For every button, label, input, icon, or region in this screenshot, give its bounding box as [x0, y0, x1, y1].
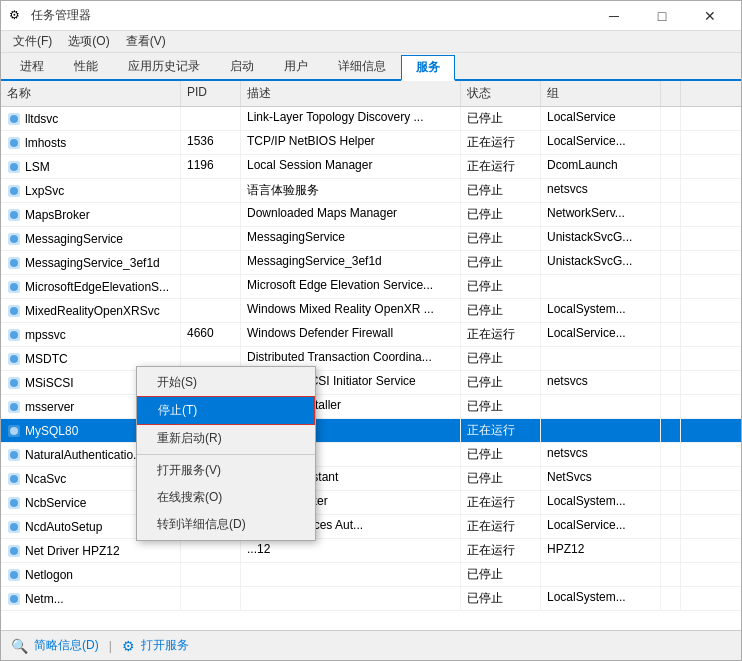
task-manager-window: ⚙ 任务管理器 ─ □ ✕ 文件(F) 选项(O) 查看(V) 进程 性能 应用… [0, 0, 742, 661]
ctx-stop[interactable]: 停止(T) [137, 396, 315, 425]
service-extra [661, 491, 681, 514]
tab-process[interactable]: 进程 [5, 53, 59, 79]
services-list[interactable]: lltdsvc Link-Layer Topology Discovery ..… [1, 107, 741, 630]
service-name: LxpSvc [1, 179, 181, 202]
service-name: MixedRealityOpenXRSvc [1, 299, 181, 322]
service-group: LocalService... [541, 323, 661, 346]
service-extra [661, 395, 681, 418]
tab-performance[interactable]: 性能 [59, 53, 113, 79]
service-status: 已停止 [461, 203, 541, 226]
service-group: LocalService... [541, 131, 661, 154]
service-status: 已停止 [461, 587, 541, 610]
tab-startup[interactable]: 启动 [215, 53, 269, 79]
bottom-bar-icon: 🔍 [11, 638, 28, 654]
table-row[interactable]: MSiSCSI Microsoft iSCSI Initiator Servic… [1, 371, 741, 395]
bottom-separator: | [109, 639, 112, 653]
table-row[interactable]: lmhosts 1536 TCP/IP NetBIOS Helper 正在运行 … [1, 131, 741, 155]
service-status: 已停止 [461, 395, 541, 418]
ctx-start[interactable]: 开始(S) [137, 369, 315, 396]
service-status: 已停止 [461, 227, 541, 250]
service-group: LocalService [541, 107, 661, 130]
col-status[interactable]: 状态 [461, 81, 541, 106]
table-row[interactable]: NcbService ...ection Broker 正在运行 LocalSy… [1, 491, 741, 515]
menu-view[interactable]: 查看(V) [118, 31, 174, 52]
col-desc[interactable]: 描述 [241, 81, 461, 106]
service-status: 正在运行 [461, 539, 541, 562]
table-row[interactable]: MessagingService_3ef1d MessagingService_… [1, 251, 741, 275]
table-row[interactable]: MySQL80 9828 MySQL80 正在运行 [1, 419, 741, 443]
service-desc: MessagingService [241, 227, 461, 250]
service-desc [241, 563, 461, 586]
service-extra [661, 419, 681, 442]
svg-point-19 [10, 331, 18, 339]
table-row[interactable]: NcaSvc ...ctivity Assistant 已停止 NetSvcs [1, 467, 741, 491]
menu-file[interactable]: 文件(F) [5, 31, 60, 52]
svg-point-17 [10, 307, 18, 315]
table-row[interactable]: MixedRealityOpenXRSvc Windows Mixed Real… [1, 299, 741, 323]
service-name: MessagingService [1, 227, 181, 250]
service-name: mpssvc [1, 323, 181, 346]
service-extra [661, 251, 681, 274]
table-row[interactable]: Netm... 已停止 LocalSystem... [1, 587, 741, 611]
service-extra [661, 347, 681, 370]
service-name: MicrosoftEdgeElevationS... [1, 275, 181, 298]
col-pid[interactable]: PID [181, 81, 241, 106]
table-row[interactable]: Netlogon 已停止 [1, 563, 741, 587]
app-icon: ⚙ [9, 8, 25, 24]
table-row[interactable]: lltdsvc Link-Layer Topology Discovery ..… [1, 107, 741, 131]
service-name: MapsBroker [1, 203, 181, 226]
service-group [541, 275, 661, 298]
col-name[interactable]: 名称 [1, 81, 181, 106]
service-status: 已停止 [461, 275, 541, 298]
service-pid: 4660 [181, 323, 241, 346]
service-extra [661, 515, 681, 538]
service-extra [661, 179, 681, 202]
svg-point-23 [10, 379, 18, 387]
table-row[interactable]: MicrosoftEdgeElevationS... Microsoft Edg… [1, 275, 741, 299]
tab-apphistory[interactable]: 应用历史记录 [113, 53, 215, 79]
service-status: 正在运行 [461, 155, 541, 178]
table-row[interactable]: MapsBroker Downloaded Maps Manager 已停止 N… [1, 203, 741, 227]
close-button[interactable]: ✕ [687, 1, 733, 31]
table-row[interactable]: LxpSvc 语言体验服务 已停止 netsvcs [1, 179, 741, 203]
table-row[interactable]: MSDTC Distributed Transaction Coordina..… [1, 347, 741, 371]
table-row[interactable]: NcdAutoSetup ...ected Devices Aut... 正在运… [1, 515, 741, 539]
service-extra [661, 155, 681, 178]
menu-options[interactable]: 选项(O) [60, 31, 117, 52]
minimize-button[interactable]: ─ [591, 1, 637, 31]
open-services-link[interactable]: 打开服务 [141, 637, 189, 654]
service-extra [661, 443, 681, 466]
service-desc: 语言体验服务 [241, 179, 461, 202]
service-pid [181, 107, 241, 130]
table-row[interactable]: mpssvc 4660 Windows Defender Firewall 正在… [1, 323, 741, 347]
col-group[interactable]: 组 [541, 81, 661, 106]
tab-services[interactable]: 服务 [401, 55, 455, 81]
ctx-openservice[interactable]: 打开服务(V) [137, 457, 315, 484]
service-group: netsvcs [541, 443, 661, 466]
table-row[interactable]: MessagingService MessagingService 已停止 Un… [1, 227, 741, 251]
ctx-restart[interactable]: 重新启动(R) [137, 425, 315, 452]
service-status: 已停止 [461, 371, 541, 394]
service-group: netsvcs [541, 371, 661, 394]
service-name: Netlogon [1, 563, 181, 586]
tab-details[interactable]: 详细信息 [323, 53, 401, 79]
service-pid [181, 539, 241, 562]
table-row[interactable]: LSM 1196 Local Session Manager 正在运行 Dcom… [1, 155, 741, 179]
tab-users[interactable]: 用户 [269, 53, 323, 79]
service-extra [661, 539, 681, 562]
table-row[interactable]: msserver Windows Installer 已停止 [1, 395, 741, 419]
service-name: lltdsvc [1, 107, 181, 130]
service-name: Netm... [1, 587, 181, 610]
svg-point-5 [10, 163, 18, 171]
table-row[interactable]: Net Driver HPZ12 ...12 正在运行 HPZ12 [1, 539, 741, 563]
service-pid [181, 275, 241, 298]
table-row[interactable]: NaturalAuthenticatio... 已停止 netsvcs [1, 443, 741, 467]
service-group: UnistackSvcG... [541, 227, 661, 250]
service-status: 正在运行 [461, 323, 541, 346]
service-status: 已停止 [461, 299, 541, 322]
ctx-onlinesearch[interactable]: 在线搜索(O) [137, 484, 315, 511]
services-icon: ⚙ [122, 638, 135, 654]
ctx-details[interactable]: 转到详细信息(D) [137, 511, 315, 538]
maximize-button[interactable]: □ [639, 1, 685, 31]
brief-info-link[interactable]: 简略信息(D) [34, 637, 99, 654]
